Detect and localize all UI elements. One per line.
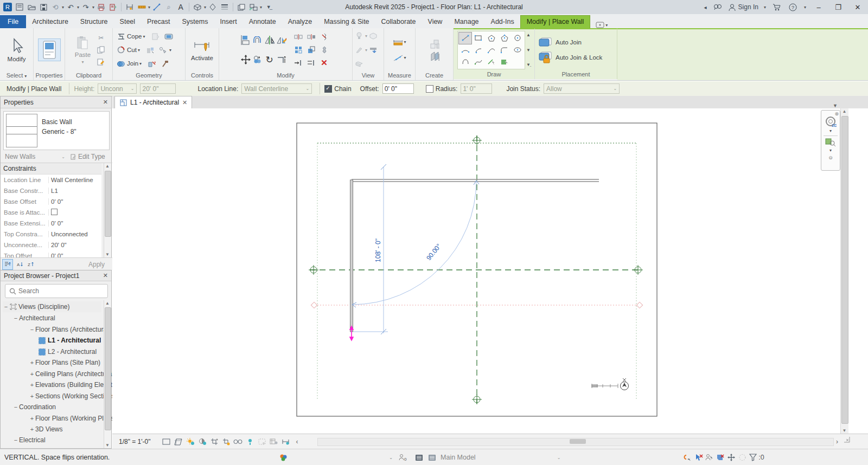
ribbon-options-dropdown[interactable]: ▾	[596, 22, 608, 28]
constraints-display-icon[interactable]	[280, 436, 292, 447]
scale-icon[interactable]	[308, 46, 315, 54]
tab-modify-place-wall[interactable]: Modify | Place Wall	[520, 15, 591, 28]
hammer-icon[interactable]	[160, 59, 170, 68]
filter-select[interactable]: New Walls	[1, 153, 35, 160]
panel-clipboard-label[interactable]: Clipboard	[65, 72, 112, 80]
aligned-dimension-icon[interactable]	[136, 2, 147, 12]
activate-dimensions-button[interactable]: Activate	[188, 38, 216, 62]
draw-circle-tool[interactable]	[511, 33, 524, 44]
sign-in-button[interactable]: Sign In	[729, 3, 758, 11]
cut-profile-icon[interactable]	[368, 45, 378, 55]
offset-icon[interactable]	[253, 35, 263, 45]
select-links-icon[interactable]	[715, 452, 726, 463]
delete-icon[interactable]: ✕	[321, 58, 328, 68]
paint-icon[interactable]	[158, 45, 168, 55]
panel-create-label[interactable]: Create	[416, 72, 453, 80]
draw-tangent-arc-tool[interactable]	[485, 44, 497, 56]
scroll-down-icon[interactable]: ▼	[104, 443, 111, 448]
default-3d-view-icon[interactable]	[192, 2, 203, 12]
sign-in-caret-icon[interactable]: ▾	[764, 5, 766, 10]
close-button[interactable]: ✕	[851, 1, 865, 13]
base-attached-checkbox[interactable]	[51, 209, 58, 215]
design-options-icon[interactable]	[413, 452, 424, 463]
draw-center-ends-arc-tool[interactable]	[472, 44, 484, 56]
sun-path-icon[interactable]	[184, 436, 196, 447]
move-icon[interactable]	[241, 55, 251, 64]
create-group-icon[interactable]	[430, 40, 439, 49]
help-caret-icon[interactable]: ▾	[804, 5, 806, 10]
draw-scroll-down-icon[interactable]: ▼	[526, 48, 531, 53]
worksets-caret-icon[interactable]: ⌄	[389, 455, 393, 460]
dimension-caret-icon[interactable]: ▾	[148, 5, 150, 10]
browser-scroll-thumb[interactable]	[105, 307, 111, 430]
detail-level-icon[interactable]	[161, 436, 173, 447]
store-cart-icon[interactable]	[771, 2, 782, 12]
sync-caret-icon[interactable]: ▾	[62, 5, 64, 10]
section-icon[interactable]	[207, 2, 218, 12]
browser-search-box[interactable]	[5, 284, 108, 298]
param-row[interactable]: Base Extensi...0' 0"	[1, 218, 101, 229]
editable-worksets-icon[interactable]: 0	[397, 452, 408, 463]
offset-input[interactable]	[382, 83, 414, 94]
cope-button[interactable]: Cope▾	[116, 30, 174, 43]
exclude-options-icon[interactable]	[693, 452, 704, 463]
location-line-select[interactable]: Wall Centerline⌄	[241, 83, 312, 94]
thin-lines-icon[interactable]	[219, 2, 230, 12]
tab-add-ins[interactable]: Add-Ins	[485, 16, 520, 28]
linework-icon[interactable]	[354, 45, 364, 55]
select-pinned-icon[interactable]	[726, 452, 737, 463]
zoom-region-icon[interactable]	[825, 137, 836, 147]
chain-options-icon[interactable]	[682, 452, 693, 463]
draw-rectangle-tool[interactable]	[472, 33, 484, 44]
copy-to-clipboard-icon[interactable]	[96, 45, 106, 55]
trim-extend-multiple-icon[interactable]	[307, 60, 316, 66]
filter-caret-icon[interactable]: ⌄	[61, 154, 65, 159]
panel-modify-label[interactable]: Modify	[219, 72, 352, 80]
zoom-caret-icon[interactable]: ▾	[829, 148, 832, 153]
undo-caret-icon[interactable]: ▾	[77, 5, 79, 10]
tab-collaborate[interactable]: Collaborate	[375, 16, 422, 28]
open-icon[interactable]	[26, 2, 37, 12]
draw-fillet-arc-tool[interactable]	[498, 44, 510, 56]
navbar-close-icon[interactable]: ⊗	[834, 111, 839, 117]
search-icon[interactable]	[712, 2, 723, 12]
scrollbar-right-arrow-icon[interactable]: ›	[836, 438, 838, 445]
canvas-vscroll-thumb[interactable]	[841, 116, 848, 424]
steering-wheel-icon[interactable]: 2D	[825, 117, 837, 127]
switch-windows-icon[interactable]	[248, 2, 259, 12]
resize-grip-icon[interactable]	[844, 436, 851, 444]
save-icon[interactable]	[38, 2, 49, 12]
main-model-icon[interactable]	[426, 452, 437, 463]
panel-properties-label[interactable]: Properties	[34, 72, 65, 80]
draw-scroll-up-icon[interactable]: ▲	[526, 33, 531, 37]
param-row[interactable]: Base Offset0' 0"	[1, 196, 101, 208]
height-value-input[interactable]	[140, 83, 176, 94]
edit-type-button[interactable]: Edit Type	[71, 153, 105, 160]
draw-partial-ellipse-tool[interactable]	[459, 56, 471, 68]
close-inactive-icon[interactable]	[107, 2, 118, 12]
pick-face-tool[interactable]	[498, 56, 510, 68]
pick-lines-tool[interactable]	[485, 56, 497, 68]
split-element-icon[interactable]	[294, 34, 303, 40]
customize-qat-icon[interactable]: ▼̲	[263, 2, 274, 12]
selection-filter-icon[interactable]	[748, 452, 758, 463]
align-icon[interactable]	[241, 35, 251, 45]
draw-spline-tool[interactable]	[472, 56, 484, 68]
param-row[interactable]: Base Constr...L1	[1, 185, 101, 197]
reveal-constraints-icon[interactable]	[354, 31, 364, 41]
properties-close-icon[interactable]: ✕	[103, 99, 108, 106]
apply-button[interactable]: Apply	[88, 261, 105, 268]
tab-analyze[interactable]: Analyze	[282, 16, 318, 28]
measure-pin-icon[interactable]	[124, 2, 135, 12]
worksharing-status-icon[interactable]	[278, 452, 289, 463]
mirror-pick-axis-icon[interactable]	[265, 35, 275, 45]
paste-button[interactable]: Paste▾	[72, 35, 94, 66]
panel-placement-label[interactable]: Placement	[535, 70, 617, 79]
press-drag-icon[interactable]	[704, 452, 715, 463]
chain-checkbox[interactable]: Chain	[324, 85, 351, 93]
revit-logo-icon[interactable]: R	[2, 2, 13, 12]
height-mode-select[interactable]: Unconn⌄	[98, 83, 137, 94]
tab-file[interactable]: File	[0, 15, 26, 28]
tree-item-coordination[interactable]: −Coordination	[12, 402, 112, 412]
modify-tool-button[interactable]: Modify	[4, 37, 29, 63]
